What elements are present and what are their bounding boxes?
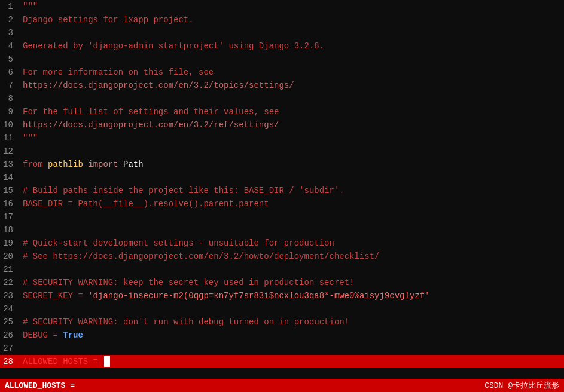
code-line: 18	[0, 223, 564, 237]
line-content: https://docs.djangoproject.com/en/3.2/re…	[18, 118, 564, 131]
line-content: from pathlib import Path	[18, 158, 564, 171]
line-number: 17	[0, 210, 18, 223]
code-line: 19# Quick-start development settings - u…	[0, 237, 564, 250]
line-content: # SECURITY WARNING: keep the secret key …	[18, 276, 564, 289]
line-content: Django settings for lxapp project.	[18, 13, 564, 26]
line-number: 26	[0, 329, 18, 342]
line-number: 11	[0, 131, 18, 145]
line-content: BASE_DIR = Path(__file__).resolve().pare…	[18, 197, 564, 210]
token: For the full list of settings and their …	[23, 107, 279, 117]
code-line: 28ALLOWED_HOSTS =	[0, 355, 564, 368]
line-number: 23	[0, 289, 18, 302]
code-line: 10https://docs.djangoproject.com/en/3.2/…	[0, 118, 564, 131]
line-number: 3	[0, 26, 18, 39]
code-line: 26DEBUG = True	[0, 329, 564, 342]
line-number: 9	[0, 105, 18, 118]
line-content: For the full list of settings and their …	[18, 105, 564, 118]
token: from	[23, 160, 48, 169]
code-line: 22# SECURITY WARNING: keep the secret ke…	[0, 276, 564, 289]
token: DEBUG =	[23, 330, 63, 340]
line-content: ALLOWED_HOSTS =	[18, 355, 564, 368]
line-number: 7	[0, 79, 18, 92]
code-line: 1"""	[0, 0, 564, 13]
line-number: 27	[0, 342, 18, 355]
bottom-bar-right: CSDN @卡拉比丘流形	[484, 380, 559, 391]
code-line: 12	[0, 145, 564, 158]
code-line: 20# See https://docs.djangoproject.com/e…	[0, 250, 564, 263]
line-content: """	[18, 131, 564, 145]
code-line: 7https://docs.djangoproject.com/en/3.2/t…	[0, 79, 564, 92]
line-number: 1	[0, 0, 18, 13]
line-number: 5	[0, 53, 18, 66]
token: https://docs.djangoproject.com/en/3.2/to…	[23, 81, 294, 90]
token: """	[23, 133, 38, 143]
line-number: 22	[0, 276, 18, 289]
code-area: 1"""2Django settings for lxapp project.3…	[0, 0, 564, 379]
code-line: 15# Build paths inside the project like …	[0, 184, 564, 197]
bottom-bar-left: ALLOWED_HOSTS =	[5, 381, 75, 390]
line-number: 28	[0, 355, 18, 368]
code-line: 2Django settings for lxapp project.	[0, 13, 564, 26]
line-number: 16	[0, 197, 18, 210]
code-editor: 1"""2Django settings for lxapp project.3…	[0, 0, 564, 392]
code-line: 13from pathlib import Path	[0, 158, 564, 171]
code-line: 5	[0, 53, 564, 66]
token: # See https://docs.djangoproject.com/en/…	[23, 252, 380, 261]
code-line: 6For more information on this file, see	[0, 66, 564, 79]
line-content: # Build paths inside the project like th…	[18, 184, 564, 197]
code-line: 23SECRET_KEY = 'django-insecure-m2(0qgp=…	[0, 289, 564, 302]
token: # SECURITY WARNING: don't run with debug…	[23, 317, 349, 327]
token: # SECURITY WARNING: keep the secret key …	[23, 278, 355, 287]
code-line: 9For the full list of settings and their…	[0, 105, 564, 118]
token: https://docs.djangoproject.com/en/3.2/re…	[23, 120, 279, 130]
line-number: 24	[0, 302, 18, 316]
code-line: 24	[0, 302, 564, 316]
line-number: 14	[0, 171, 18, 184]
line-content: SECRET_KEY = 'django-insecure-m2(0qgp=kn…	[18, 289, 564, 302]
line-content: Generated by 'django-admin startproject'…	[18, 39, 564, 53]
code-line: 3	[0, 26, 564, 39]
code-line: 25# SECURITY WARNING: don't run with deb…	[0, 316, 564, 329]
line-number: 15	[0, 184, 18, 197]
token: 'django-insecure-m2(0qgp=kn7yf7sr83i$ncx…	[88, 291, 429, 301]
line-content: https://docs.djangoproject.com/en/3.2/to…	[18, 79, 564, 92]
token: True	[63, 330, 83, 340]
code-line: 17	[0, 210, 564, 223]
token: For more information on this file, see	[23, 68, 214, 77]
line-number: 2	[0, 13, 18, 26]
line-content: # SECURITY WARNING: don't run with debug…	[18, 316, 564, 329]
token: pathlib	[48, 160, 83, 169]
line-number: 25	[0, 316, 18, 329]
code-line: 11"""	[0, 131, 564, 145]
token: ALLOWED_HOSTS =	[23, 357, 103, 366]
bottom-bar: ALLOWED_HOSTS = CSDN @卡拉比丘流形	[0, 379, 564, 392]
code-line: 21	[0, 263, 564, 276]
token: Path	[123, 160, 144, 169]
token: # Quick-start development settings - uns…	[23, 238, 334, 248]
line-number: 6	[0, 66, 18, 79]
token: SECRET_KEY =	[23, 291, 88, 301]
line-content: For more information on this file, see	[18, 66, 564, 79]
text-cursor	[104, 356, 110, 367]
code-line: 14	[0, 171, 564, 184]
code-line: 16BASE_DIR = Path(__file__).resolve().pa…	[0, 197, 564, 210]
token: Generated by 'django-admin startproject'…	[23, 41, 324, 51]
line-content: """	[18, 0, 564, 13]
token: BASE_DIR = Path(__file__).resolve().pare…	[23, 199, 269, 209]
token: # Build paths inside the project like th…	[23, 186, 345, 195]
line-number: 19	[0, 237, 18, 250]
token: Django settings for lxapp project.	[23, 15, 194, 24]
code-line: 4Generated by 'django-admin startproject…	[0, 39, 564, 53]
line-number: 21	[0, 263, 18, 276]
line-number: 4	[0, 39, 18, 53]
line-number: 13	[0, 158, 18, 171]
line-number: 18	[0, 223, 18, 237]
line-number: 10	[0, 118, 18, 131]
line-content: # See https://docs.djangoproject.com/en/…	[18, 250, 564, 263]
code-line: 8	[0, 92, 564, 105]
line-content: DEBUG = True	[18, 329, 564, 342]
line-content: # Quick-start development settings - uns…	[18, 237, 564, 250]
line-number: 20	[0, 250, 18, 263]
token: import	[83, 160, 123, 169]
code-line: 27	[0, 342, 564, 355]
